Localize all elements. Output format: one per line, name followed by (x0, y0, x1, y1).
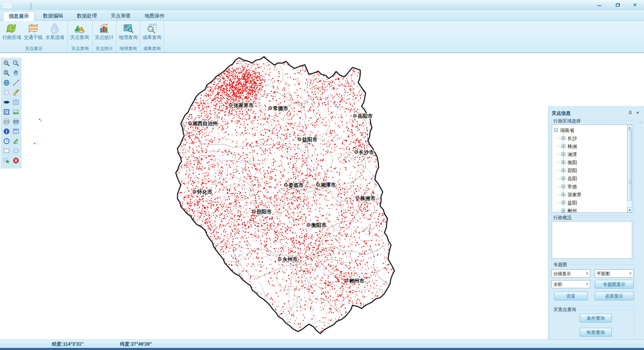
tool-legend-panel[interactable] (2, 108, 11, 117)
title-bar: × (0, 0, 644, 10)
tool-help[interactable]: ? (2, 137, 11, 147)
status-bar: 经度:114°3′31″ 纬度:27°49′28″ (0, 340, 644, 348)
grid-table-icon (12, 99, 19, 107)
tab-3[interactable]: 数据处理 (71, 11, 102, 21)
灾点统计-button[interactable]: 灾点统计 (94, 21, 115, 46)
condition-query-button[interactable]: 条件查询 (580, 314, 612, 322)
tree-node-province[interactable]: −湖南省 (552, 126, 627, 134)
tree-expand-icon[interactable]: + (561, 209, 565, 212)
tree-expand-icon[interactable]: + (561, 144, 565, 148)
tool-paint-brush[interactable] (11, 88, 20, 98)
tree-node-city[interactable]: +张家界 (559, 191, 627, 199)
rectangle-tool-icon (3, 147, 10, 156)
rectangle-query-button[interactable]: 矩形查询 (580, 328, 612, 337)
tree-expand-icon[interactable]: + (561, 185, 565, 188)
tool-zoom-in[interactable] (2, 59, 11, 69)
settings-button[interactable]: 设置 (554, 292, 588, 300)
tool-ellipse-tool[interactable] (11, 147, 20, 156)
tab-4[interactable]: 灾点审查 (105, 11, 136, 21)
tree-expand-icon[interactable]: + (561, 152, 565, 156)
tool-info[interactable] (2, 127, 11, 137)
tree-node-city[interactable]: +长沙 (559, 134, 627, 142)
tool-grid-table[interactable] (11, 98, 20, 108)
chevron-down-icon: ∨ (586, 282, 589, 286)
tab-5[interactable]: 地图操作 (139, 11, 170, 21)
tab-2[interactable]: 数据编辑 (38, 11, 68, 21)
交通干线-button[interactable]: 交通干线 (22, 21, 44, 46)
tool-measure-line[interactable] (11, 79, 20, 88)
color-printer-icon (12, 118, 19, 127)
panel-close-icon[interactable]: × (635, 110, 641, 116)
stray-points (34, 119, 41, 144)
tree-node-city[interactable]: +邵阳 (559, 166, 627, 174)
application-window: × 信息展示数据编辑数据处理灾点审查地图操作 行政区域交通干线水系流域灾点展示灾… (0, 0, 644, 350)
水系流域-button[interactable]: 水系流域 (44, 21, 65, 46)
成果查询-button[interactable]: 成果查询 (141, 21, 163, 46)
ribbon-group-label: 地理查询 (116, 46, 140, 52)
tree-expand-icon[interactable]: + (561, 193, 565, 196)
tool-zoom-out[interactable] (11, 59, 20, 69)
tree-node-city[interactable]: +常德 (559, 183, 627, 191)
globe-icon (3, 79, 10, 88)
tree-node-city[interactable]: +衡阳 (559, 158, 627, 166)
close-button[interactable]: × (630, 2, 640, 8)
panel-scroll-up-icon[interactable]: ︿ (638, 119, 643, 124)
pan-hand-icon (12, 69, 19, 78)
svg-text:常德市: 常德市 (273, 105, 288, 111)
tool-eye-tool[interactable] (2, 98, 11, 108)
tool-polygon-tool[interactable] (2, 88, 11, 98)
map-canvas[interactable]: 张家界市常德市岳阳市湘西自治州益阳市长沙市娄底市湘潭市怀化市株洲市邵阳市衡阳市永… (0, 53, 548, 340)
tree-scrollbar[interactable]: ▲ ▼ (627, 125, 632, 212)
tree-node-city[interactable]: +岳阳 (559, 174, 627, 183)
maximize-button[interactable] (612, 2, 623, 8)
tree-collapse-icon[interactable]: − (554, 128, 558, 132)
ribbon-group-3: 灾点统计灾点统计 (93, 21, 116, 52)
measure-line-icon (12, 79, 19, 88)
tool-export-map[interactable] (11, 108, 20, 117)
svg-text:湘西自治州: 湘西自治州 (192, 120, 218, 126)
restore-display-button[interactable]: 还原显示 (595, 292, 634, 300)
tree-expand-icon[interactable]: + (561, 168, 565, 172)
all-select[interactable]: 全部∨ (551, 280, 590, 288)
scroll-up-icon[interactable]: ▲ (627, 125, 632, 130)
scroll-down-icon[interactable]: ▼ (627, 207, 632, 212)
灾点查询-button[interactable]: 灾点查询 (69, 21, 90, 46)
tool-overview-window[interactable] (11, 127, 20, 137)
tool-sketch-pencil[interactable] (11, 137, 20, 147)
overview-textbox[interactable] (552, 221, 632, 259)
tree-expand-icon[interactable]: + (561, 201, 565, 204)
plane-map-select[interactable]: 平面图∨ (595, 269, 634, 278)
tree-node-city[interactable]: +湘潭 (559, 150, 627, 158)
scroll-thumb[interactable] (628, 130, 632, 201)
overview-window-icon (12, 128, 19, 136)
tree-node-city[interactable]: +益阳 (559, 199, 627, 207)
tool-printer[interactable] (2, 117, 11, 127)
tool-pan-hand[interactable] (11, 69, 20, 79)
地理查询-button[interactable]: 地理查询 (117, 21, 139, 46)
road-map-icon (28, 22, 39, 34)
disaster-info-panel: 灾点信息 × 行政区域选择 −湖南省+长沙+株洲+湘潭+衡阳+邵阳+岳阳+常德+… (548, 106, 644, 350)
tree-expand-icon[interactable]: + (561, 136, 565, 140)
tab-1[interactable]: 信息展示 (3, 11, 35, 21)
tree-expand-icon[interactable]: + (561, 160, 565, 164)
minimize-button[interactable] (594, 2, 604, 8)
region-select-groupbox: 行政区域选择 −湖南省+长沙+株洲+湘潭+衡阳+邵阳+岳阳+常德+张家界+益阳+… (550, 121, 634, 215)
tool-zoom-extent[interactable] (2, 69, 11, 79)
tool-globe[interactable] (2, 79, 11, 88)
pin-icon[interactable] (627, 110, 633, 116)
tree-node-city[interactable]: +郴州 (559, 207, 627, 213)
tool-color-printer[interactable] (11, 117, 20, 127)
tool-delete[interactable] (11, 156, 20, 166)
tool-lasso-select[interactable] (2, 156, 11, 166)
tree-node-city[interactable]: +株洲 (559, 142, 627, 150)
tool-rectangle-tool[interactable] (2, 147, 11, 156)
行政区域-button[interactable]: 行政区域 (1, 21, 22, 46)
bottom-strip (0, 348, 644, 350)
quick-access-box[interactable] (2, 1, 12, 9)
svg-text:张家界市: 张家界市 (233, 102, 254, 108)
show-thematic-button[interactable]: 专题图显示 (595, 280, 634, 289)
svg-text:株洲市: 株洲市 (360, 195, 375, 201)
grading-display-select[interactable]: 分级显示∨ (551, 269, 590, 278)
tree-expand-icon[interactable]: + (561, 177, 565, 180)
zoom-extent-icon (3, 69, 10, 78)
